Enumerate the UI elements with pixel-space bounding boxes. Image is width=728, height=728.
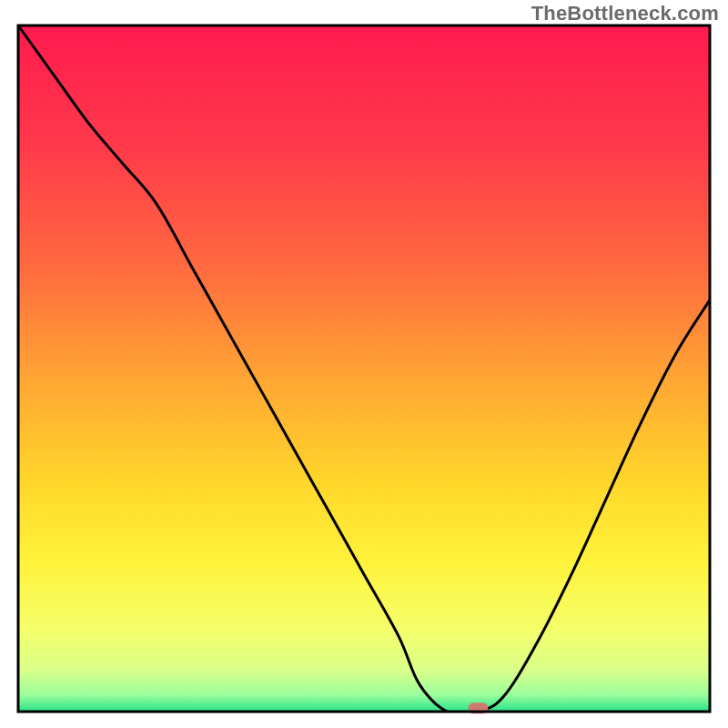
- bottleneck-chart: [0, 0, 728, 728]
- watermark-text: TheBottleneck.com: [531, 2, 719, 25]
- gradient-background: [18, 25, 710, 712]
